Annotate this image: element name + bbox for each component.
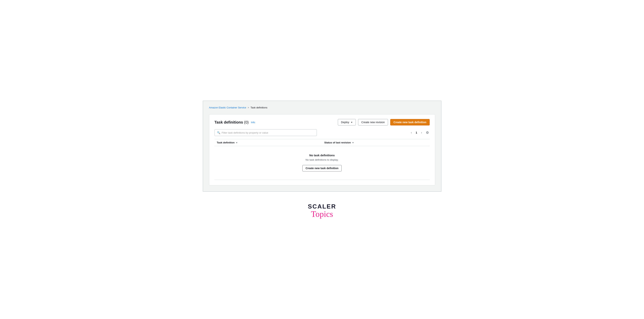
current-page: 1 [415,131,418,134]
table-header: Task definition ▼ Status of last revisio… [214,139,430,146]
card-title-area: Task definitions (0) Info [214,120,255,124]
sort-icon-col1: ▼ [236,142,238,144]
breadcrumb-current: Task definitions [250,106,267,109]
search-input-wrapper[interactable]: 🔍 [214,129,317,136]
empty-state-subtitle: No task definitions to display. [306,158,338,161]
table-settings-button[interactable]: ⚙ [425,130,430,135]
col-header-task-definition: Task definition ▼ [214,141,322,144]
deploy-arrow-icon: ▼ [351,121,352,123]
task-definitions-card: Task definitions (0) Info Deploy ▼ Creat… [209,114,435,185]
col-header-status: Status of last revision ▼ [322,141,430,144]
breadcrumb: Amazon Elastic Container Service > Task … [209,106,435,109]
create-task-definition-button-header[interactable]: Create new task definition [390,119,430,125]
prev-page-button[interactable]: ‹ [410,131,413,135]
search-input[interactable] [222,131,314,134]
card-header: Task definitions (0) Info Deploy ▼ Creat… [214,119,430,125]
empty-state-title: No task definitions [309,154,334,157]
search-bar-row: 🔍 ‹ 1 › ⚙ [214,129,430,136]
scaler-text: SCALER [308,203,336,210]
scaler-topics-logo: SCALER Topics [203,203,442,218]
search-icon: 🔍 [217,131,220,134]
create-task-definition-button-empty[interactable]: Create new task definition [302,165,342,171]
next-page-button[interactable]: › [420,131,423,135]
info-link[interactable]: Info [251,121,255,124]
create-revision-button[interactable]: Create new revision [358,119,388,125]
empty-state: No task definitions No task definitions … [214,146,430,180]
deploy-button[interactable]: Deploy ▼ [338,119,356,125]
header-actions: Deploy ▼ Create new revision Create new … [338,119,430,125]
breadcrumb-link-ecs[interactable]: Amazon Elastic Container Service [209,106,246,109]
card-title: Task definitions (0) [214,120,249,124]
breadcrumb-separator: > [248,106,249,109]
topics-text: Topics [311,210,333,218]
sort-icon-col2: ▼ [352,142,354,144]
pagination-controls: ‹ 1 › ⚙ [410,130,430,135]
